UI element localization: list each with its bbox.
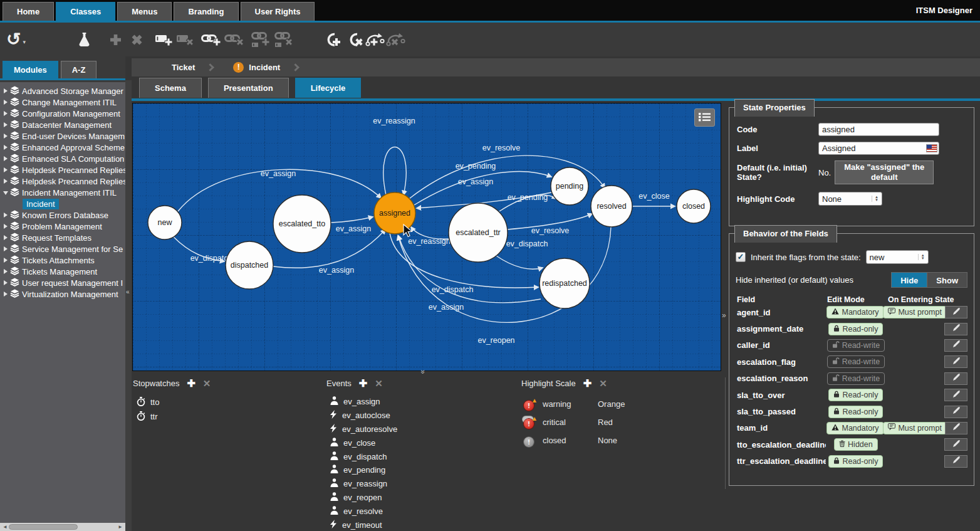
add-button[interactable] — [106, 28, 125, 51]
sidebar-item-change-management-itil[interactable]: Change Management ITIL — [0, 97, 125, 108]
us-flag-icon[interactable] — [927, 145, 937, 152]
stopwatch-item-ttr[interactable]: ttr — [133, 409, 315, 424]
state-label[interactable]: dispatched — [231, 261, 269, 270]
scroll-left-icon[interactable]: ◄ — [3, 523, 8, 531]
transition-label[interactable]: ev_assign — [336, 224, 371, 233]
test-flask-button[interactable] — [75, 28, 93, 51]
state-label[interactable]: pending — [556, 182, 584, 191]
collapse-sidebar-icon[interactable]: « — [126, 288, 130, 295]
scroll-right-icon[interactable]: ► — [118, 523, 123, 531]
event-item-ev_dispatch[interactable]: ev_dispatch — [326, 450, 508, 463]
inherit-state-select[interactable]: new ▲▼ — [866, 250, 929, 264]
transition-label[interactable]: ev_pending — [508, 193, 548, 202]
transition-label[interactable]: ev_reassign — [373, 117, 415, 125]
transition-label[interactable]: ev_dispatch — [506, 239, 548, 248]
sidebar-item-enhanced-sla-computation[interactable]: Enhanced SLA Computation — [0, 153, 125, 164]
expander-icon[interactable] — [4, 167, 8, 172]
edit-field-button[interactable] — [944, 406, 967, 418]
sidebar-item-known-errors-database[interactable]: Known Errors Database — [0, 209, 125, 221]
expander-icon[interactable] — [4, 280, 8, 285]
sidebar-item-incident-management-itil[interactable]: Incident Management ITIL — [0, 187, 125, 198]
add-event-icon[interactable]: ✚ — [359, 379, 367, 388]
sidebar-splitter[interactable]: « — [125, 80, 132, 531]
delete-highlight-icon[interactable]: ✕ — [599, 379, 607, 388]
label-input[interactable] — [818, 142, 939, 155]
sidebar-item-enhanced-approval-scheme[interactable]: Enhanced Approval Scheme — [0, 142, 125, 153]
nav-tab-user-rights[interactable]: User Rights — [241, 2, 315, 21]
scrollbar-thumb[interactable] — [9, 524, 78, 530]
canvas-expand-down-icon[interactable]: » — [419, 370, 427, 374]
hide-button[interactable]: Hide — [891, 272, 927, 288]
sidebar-item-incident[interactable]: Incident — [0, 198, 125, 209]
edit-field-button[interactable] — [944, 438, 967, 451]
event-item-ev_autoresolve[interactable]: ev_autoresolve — [326, 423, 508, 436]
edit-field-button[interactable] — [944, 372, 967, 385]
expander-icon[interactable] — [4, 134, 8, 139]
lifecycle-canvas[interactable]: ev_reassignev_assignev_dispatchev_assign… — [132, 103, 721, 371]
edit-field-button[interactable] — [945, 422, 967, 434]
delete-state-button[interactable] — [345, 28, 364, 51]
sidebar-scrollbar[interactable]: ◄ ► — [0, 523, 125, 531]
sidebar-item-helpdesk-precanned-replies[interactable]: Helpdesk Precanned Replies — [0, 176, 125, 187]
highlight-code-select[interactable]: None ▲▼ — [818, 192, 882, 206]
nav-tab-home[interactable]: Home — [3, 2, 54, 21]
edit-field-button[interactable] — [944, 389, 967, 401]
delete-transition-button[interactable] — [386, 28, 405, 51]
sidebar-item-advanced-storage-manager[interactable]: Advanced Storage Manager — [0, 85, 125, 97]
delete-link-button[interactable] — [224, 28, 245, 51]
state-label[interactable]: escalated_ttr — [456, 228, 501, 237]
inherit-checkbox[interactable]: ✓ — [736, 252, 746, 262]
delete-field-button[interactable] — [176, 28, 195, 51]
event-item-ev_timeout[interactable]: ev_timeout — [326, 518, 508, 531]
expander-icon[interactable] — [4, 235, 8, 240]
state-label[interactable]: new — [158, 218, 173, 227]
state-label[interactable]: assigned — [379, 209, 410, 218]
stopwatch-item-tto[interactable]: tto — [133, 395, 315, 409]
make-default-button[interactable]: Make "assigned" the default — [835, 160, 934, 184]
edit-field-button[interactable] — [945, 306, 967, 318]
add-transition-button[interactable] — [365, 28, 385, 51]
expanded-icon[interactable] — [3, 191, 8, 195]
sidebar-item-tickets-management[interactable]: Tickets Management — [0, 266, 125, 277]
event-item-ev_close[interactable]: ev_close — [326, 436, 508, 450]
event-item-ev_pending[interactable]: ev_pending — [326, 463, 508, 477]
expander-icon[interactable] — [4, 213, 8, 218]
add-highlight-icon[interactable]: ✚ — [583, 379, 592, 388]
delete-stopwatch-icon[interactable]: ✕ — [203, 379, 211, 388]
sidebar-item-configuration-management[interactable]: Configuration Management — [0, 108, 125, 119]
transition-label[interactable]: ev_resolve — [482, 144, 520, 152]
delete-button[interactable] — [127, 28, 146, 51]
expander-icon[interactable] — [4, 88, 8, 93]
sidebar-item-request-templates[interactable]: Request Templates — [0, 232, 125, 243]
expander-icon[interactable] — [4, 100, 8, 105]
expander-icon[interactable] — [4, 145, 8, 150]
breadcrumb-item-incident[interactable]: !Incident — [224, 62, 289, 73]
state-label[interactable]: redispatched — [542, 279, 587, 288]
transition-label[interactable]: ev_assign — [319, 266, 354, 275]
add-stopwatch-icon[interactable]: ✚ — [187, 379, 195, 388]
transition-label[interactable]: ev_reassign — [408, 237, 450, 246]
show-button[interactable]: Show — [927, 272, 967, 288]
transition-label[interactable]: ev_assign — [261, 169, 296, 178]
highlight-item-closed[interactable]: !closedNone — [521, 431, 719, 450]
code-input[interactable] — [818, 123, 939, 136]
tab-presentation[interactable]: Presentation — [208, 78, 289, 98]
expander-icon[interactable] — [4, 224, 8, 229]
transition-label[interactable]: ev_reopen — [477, 336, 514, 345]
sidebar-item-helpdesk-precanned-replies[interactable]: Helpdesk Precanned Replies — [0, 164, 125, 176]
add-state-button[interactable] — [323, 28, 341, 51]
transition-label[interactable]: ev_close — [639, 192, 669, 201]
sidebar-item-user-request-management-i[interactable]: User request Management I — [0, 277, 125, 288]
nav-tab-classes[interactable]: Classes — [56, 2, 115, 21]
edit-field-button[interactable] — [944, 355, 967, 368]
transition-label[interactable]: ev_assign — [458, 177, 493, 186]
expander-icon[interactable] — [4, 111, 8, 116]
expander-icon[interactable] — [4, 122, 8, 127]
expander-icon[interactable] — [4, 292, 8, 297]
add-field-button[interactable] — [155, 28, 174, 51]
edit-field-button[interactable] — [944, 323, 967, 335]
state-label[interactable]: closed — [682, 202, 705, 211]
event-item-ev_reassign[interactable]: ev_reassign — [326, 477, 508, 491]
expander-icon[interactable] — [4, 179, 8, 184]
state-label[interactable]: resolved — [597, 202, 626, 211]
